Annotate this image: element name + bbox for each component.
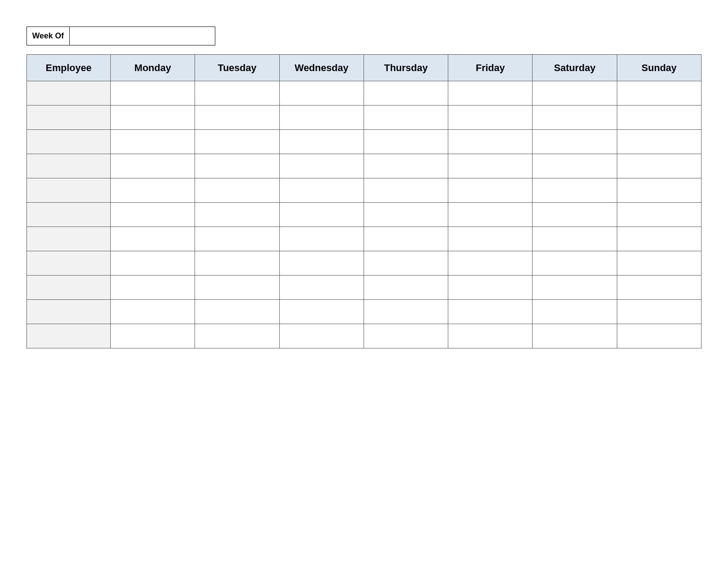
day-input[interactable] [448,324,532,348]
day-input[interactable] [448,154,532,178]
day-input[interactable] [617,276,701,299]
day-input[interactable] [448,178,532,202]
day-input[interactable] [448,227,532,251]
day-input[interactable] [280,81,364,105]
day-input[interactable] [280,106,364,129]
day-input[interactable] [364,203,448,227]
employee-input[interactable] [27,251,110,275]
employee-input[interactable] [27,178,110,202]
day-input[interactable] [533,130,616,154]
day-input[interactable] [533,324,616,348]
day-input[interactable] [280,276,364,299]
day-input[interactable] [364,251,448,275]
day-input[interactable] [280,251,364,275]
day-input[interactable] [111,203,195,227]
day-input[interactable] [617,106,701,129]
day-input[interactable] [533,203,616,227]
day-input[interactable] [195,203,279,227]
day-input[interactable] [111,227,195,251]
day-input[interactable] [364,300,448,324]
day-input[interactable] [111,106,195,129]
day-input[interactable] [280,130,364,154]
employee-input[interactable] [27,276,110,299]
day-input[interactable] [617,227,701,251]
day-input[interactable] [448,81,532,105]
day-input[interactable] [364,130,448,154]
employee-input[interactable] [27,300,110,324]
employee-input[interactable] [27,130,110,154]
day-input[interactable] [195,324,279,348]
day-input[interactable] [111,154,195,178]
day-input[interactable] [111,300,195,324]
day-cell [533,178,617,203]
employee-input[interactable] [27,154,110,178]
day-input[interactable] [364,324,448,348]
day-input[interactable] [364,276,448,299]
day-input[interactable] [533,251,616,275]
week-of-input[interactable] [70,26,215,45]
day-input[interactable] [111,81,195,105]
day-cell [279,106,364,130]
day-input[interactable] [448,203,532,227]
day-cell [195,130,279,154]
day-cell [195,276,279,300]
day-input[interactable] [364,178,448,202]
day-input[interactable] [364,81,448,105]
table-row [27,324,702,348]
day-input[interactable] [111,130,195,154]
day-input[interactable] [364,154,448,178]
day-input[interactable] [195,227,279,251]
day-input[interactable] [195,154,279,178]
day-input[interactable] [364,227,448,251]
day-input[interactable] [195,300,279,324]
day-input[interactable] [617,178,701,202]
day-input[interactable] [195,130,279,154]
day-input[interactable] [448,130,532,154]
day-input[interactable] [280,154,364,178]
day-cell [533,276,617,300]
day-input[interactable] [280,324,364,348]
day-input[interactable] [533,178,616,202]
day-input[interactable] [448,251,532,275]
day-input[interactable] [448,300,532,324]
day-cell [279,251,364,276]
day-input[interactable] [617,203,701,227]
day-input[interactable] [533,154,616,178]
employee-input[interactable] [27,81,110,105]
employee-input[interactable] [27,324,110,348]
day-input[interactable] [448,276,532,299]
day-cell [279,324,364,348]
employee-input[interactable] [27,203,110,227]
day-input[interactable] [617,81,701,105]
day-input[interactable] [195,106,279,129]
day-input[interactable] [111,324,195,348]
day-input[interactable] [617,324,701,348]
day-input[interactable] [280,203,364,227]
day-input[interactable] [280,178,364,202]
day-input[interactable] [617,251,701,275]
day-input[interactable] [111,276,195,299]
day-input[interactable] [195,178,279,202]
day-input[interactable] [533,227,616,251]
day-input[interactable] [195,251,279,275]
day-input[interactable] [533,300,616,324]
day-input[interactable] [448,106,532,129]
day-input[interactable] [111,251,195,275]
day-cell [111,154,195,178]
employee-input[interactable] [27,227,110,251]
day-input[interactable] [533,276,616,299]
day-cell [533,106,617,130]
day-input[interactable] [280,300,364,324]
day-input[interactable] [617,300,701,324]
day-input[interactable] [617,154,701,178]
day-input[interactable] [195,81,279,105]
day-input[interactable] [364,106,448,129]
day-input[interactable] [280,227,364,251]
employee-input[interactable] [27,106,110,129]
day-input[interactable] [533,106,616,129]
day-input[interactable] [195,276,279,299]
day-input[interactable] [617,130,701,154]
day-cell [533,251,617,276]
day-input[interactable] [533,81,616,105]
day-input[interactable] [111,178,195,202]
